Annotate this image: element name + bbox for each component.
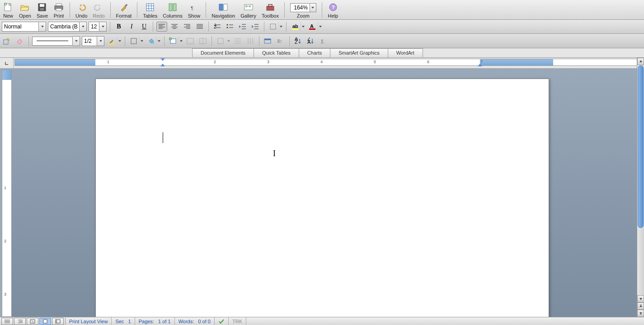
print-button[interactable]: Print: [52, 2, 65, 19]
tab-wordart[interactable]: WordArt: [388, 48, 423, 57]
navigation-label: Navigation: [212, 13, 235, 19]
font-input[interactable]: [48, 22, 80, 32]
separator: [70, 2, 70, 18]
scrollbar-thumb[interactable]: [638, 65, 644, 228]
scroll-down-button[interactable]: [637, 295, 644, 302]
draw-table-button[interactable]: [2, 36, 13, 46]
zoom-dropdown[interactable]: [310, 3, 316, 12]
tables-button[interactable]: Tables: [142, 2, 158, 19]
notebook-view-button[interactable]: [52, 318, 64, 325]
font-color-button[interactable]: A: [307, 22, 322, 32]
document-scroll-area[interactable]: I: [12, 69, 637, 317]
separator: [289, 36, 290, 46]
tab-charts[interactable]: Charts: [299, 48, 330, 57]
font-combo[interactable]: [48, 22, 87, 32]
publishing-view-button[interactable]: [27, 318, 38, 325]
view-buttons: [0, 318, 66, 325]
scrollbar-track[interactable]: [637, 65, 644, 294]
prev-page-button[interactable]: [637, 302, 644, 310]
align-right-button[interactable]: [182, 22, 193, 32]
distribute-cols-button[interactable]: [245, 36, 256, 46]
size-combo[interactable]: [89, 22, 107, 32]
borders-button[interactable]: [268, 22, 283, 32]
tab-quick-tables[interactable]: Quick Tables: [254, 48, 299, 57]
align-justify-button[interactable]: [194, 22, 205, 32]
bold-button[interactable]: B: [113, 22, 124, 32]
draft-view-button[interactable]: [1, 318, 13, 325]
line-weight-combo[interactable]: [82, 36, 104, 46]
show-button[interactable]: ¶ Show: [187, 2, 202, 19]
track-changes[interactable]: TRK: [229, 317, 246, 325]
save-button[interactable]: Save: [36, 2, 49, 19]
new-label: New: [3, 13, 13, 19]
weight-input[interactable]: [82, 36, 97, 46]
redo-button[interactable]: Redo: [92, 2, 105, 19]
sort-desc-button[interactable]: ZA: [306, 36, 316, 46]
split-cells-button[interactable]: [197, 36, 208, 46]
align-cell-button[interactable]: [215, 36, 230, 46]
scroll-up-button[interactable]: [637, 58, 644, 65]
border-style-button[interactable]: [128, 36, 144, 46]
size-input[interactable]: [89, 22, 99, 32]
insert-table-button[interactable]: [168, 36, 183, 46]
svg-text:Σ: Σ: [321, 39, 324, 44]
autosum-button[interactable]: Σ: [318, 36, 329, 46]
numbered-list-icon: 12: [214, 23, 221, 30]
text-direction-button[interactable]: ll↑: [275, 36, 286, 46]
text-dir-icon: ll↑: [277, 37, 284, 45]
new-button[interactable]: New: [2, 2, 14, 19]
gallery-button[interactable]: Gallery: [240, 2, 257, 19]
outline-view-button[interactable]: [14, 318, 26, 325]
ibeam-cursor: I: [273, 149, 276, 158]
open-button[interactable]: Open: [18, 2, 32, 19]
document-page[interactable]: I: [95, 79, 549, 317]
autoformat-button[interactable]: [263, 36, 273, 46]
style-input[interactable]: [2, 22, 39, 32]
style-combo[interactable]: [2, 22, 46, 32]
print-layout-view-button[interactable]: [39, 318, 51, 325]
sort-desc-icon: ZA: [307, 37, 315, 45]
spell-check-button[interactable]: [215, 317, 229, 325]
indent-marker-top[interactable]: [160, 58, 165, 62]
svg-point-46: [227, 24, 228, 26]
zoom-value[interactable]: 164%: [290, 3, 310, 12]
format-label: Format: [116, 13, 132, 19]
help-button[interactable]: ? Help: [327, 2, 339, 19]
align-left-button[interactable]: [156, 22, 167, 32]
merge-cells-button[interactable]: [185, 36, 196, 46]
line-style-combo[interactable]: [32, 36, 80, 46]
bullet-list-icon: [226, 23, 234, 30]
style-dropdown[interactable]: [39, 22, 46, 32]
undo-label: Undo: [75, 13, 87, 19]
toolbox-button[interactable]: Toolbox: [261, 2, 280, 19]
svg-rect-23: [268, 5, 272, 6]
bullet-list-button[interactable]: [225, 22, 235, 32]
underline-button[interactable]: U: [139, 22, 150, 32]
undo-button[interactable]: Undo: [75, 2, 88, 19]
tab-document-elements[interactable]: Document Elements: [192, 48, 254, 57]
vertical-scrollbar[interactable]: [637, 58, 644, 317]
columns-button[interactable]: Columns: [162, 2, 183, 19]
navigation-button[interactable]: Navigation: [211, 2, 236, 19]
horizontal-ruler[interactable]: 1 2 3 4 5 6 7: [14, 59, 640, 66]
tab-selector[interactable]: [0, 58, 14, 68]
distribute-rows-button[interactable]: [232, 36, 243, 46]
indent-marker-right[interactable]: [478, 63, 482, 66]
decrease-indent-button[interactable]: [237, 22, 248, 32]
align-center-button[interactable]: [169, 22, 180, 32]
next-page-button[interactable]: [637, 310, 644, 317]
font-dropdown[interactable]: [80, 22, 87, 32]
italic-button[interactable]: I: [126, 22, 137, 32]
shading-button[interactable]: [146, 36, 161, 46]
align-left-icon: [159, 24, 165, 29]
format-button[interactable]: Format: [115, 2, 133, 19]
vertical-ruler[interactable]: 1 2 3: [2, 70, 12, 317]
sort-asc-button[interactable]: AZ: [293, 36, 304, 46]
tab-smartart[interactable]: SmartArt Graphics: [330, 48, 388, 57]
increase-indent-button[interactable]: [250, 22, 261, 32]
size-dropdown[interactable]: [99, 22, 107, 32]
eraser-button[interactable]: [14, 36, 25, 46]
highlight-button[interactable]: ab: [290, 22, 305, 32]
numbered-list-button[interactable]: 12: [212, 22, 223, 32]
pen-color-button[interactable]: [106, 36, 122, 46]
